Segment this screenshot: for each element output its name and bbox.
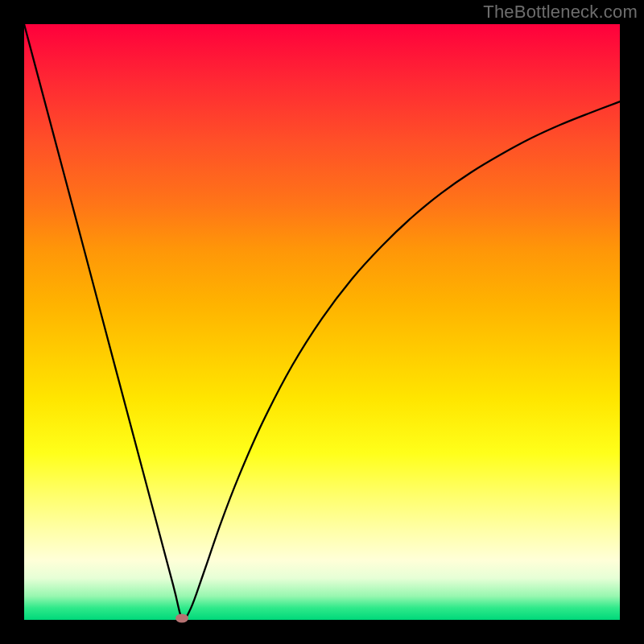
bottleneck-curve bbox=[24, 24, 620, 620]
chart-frame: TheBottleneck.com bbox=[0, 0, 644, 644]
plot-area bbox=[24, 24, 620, 620]
optimum-marker bbox=[175, 613, 188, 622]
watermark-label: TheBottleneck.com bbox=[483, 2, 638, 23]
